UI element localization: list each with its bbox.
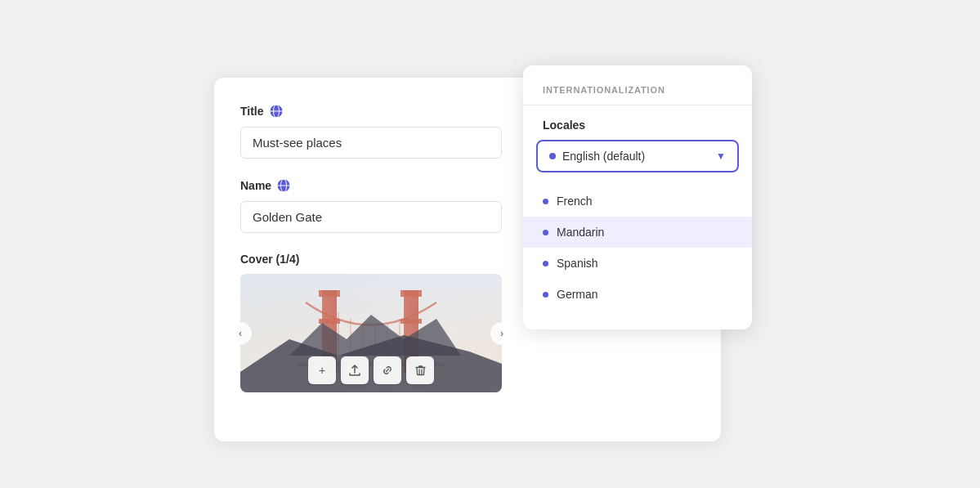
intl-divider [523, 105, 752, 105]
mandarin-label: Mandarin [557, 226, 604, 239]
name-input[interactable] [240, 201, 502, 233]
locale-selected-dot [549, 153, 556, 159]
cover-container: + [240, 274, 502, 392]
locale-item-german[interactable]: German [523, 279, 752, 310]
cover-prev-button[interactable]: ‹ [229, 322, 252, 345]
name-globe-icon[interactable] [276, 178, 291, 193]
name-label-text: Name [240, 179, 271, 192]
cover-actions: + [308, 356, 434, 384]
spanish-dot [543, 261, 548, 266]
spanish-label: Spanish [557, 257, 598, 270]
cover-next-button[interactable]: › [490, 322, 513, 345]
locale-select-left: English (default) [549, 150, 645, 163]
french-label: French [557, 195, 593, 208]
german-dot [543, 292, 548, 298]
locale-selected-label: English (default) [562, 150, 645, 163]
locale-list: French Mandarin Spanish German [523, 186, 752, 316]
cover-link-button[interactable] [374, 356, 401, 384]
cover-upload-button[interactable] [341, 356, 369, 384]
intl-panel: INTERNATIONALIZATION Locales English (de… [523, 65, 752, 329]
locale-item-french[interactable]: French [523, 186, 752, 217]
french-dot [543, 199, 548, 204]
title-input[interactable] [240, 127, 502, 159]
cover-delete-button[interactable] [406, 356, 434, 384]
mandarin-dot [543, 230, 548, 235]
cover-add-button[interactable]: + [308, 356, 336, 384]
locale-select-dropdown[interactable]: English (default) ▼ [536, 140, 739, 172]
locale-chevron-icon: ▼ [716, 150, 726, 162]
title-globe-icon[interactable] [269, 104, 284, 119]
locales-label: Locales [523, 119, 752, 140]
intl-panel-header: INTERNATIONALIZATION [523, 85, 752, 105]
german-label: German [557, 288, 598, 301]
cover-wrapper: ‹ [240, 274, 502, 392]
locale-item-spanish[interactable]: Spanish [523, 248, 752, 279]
locale-item-mandarin[interactable]: Mandarin [523, 217, 752, 248]
title-label-text: Title [240, 105, 264, 118]
